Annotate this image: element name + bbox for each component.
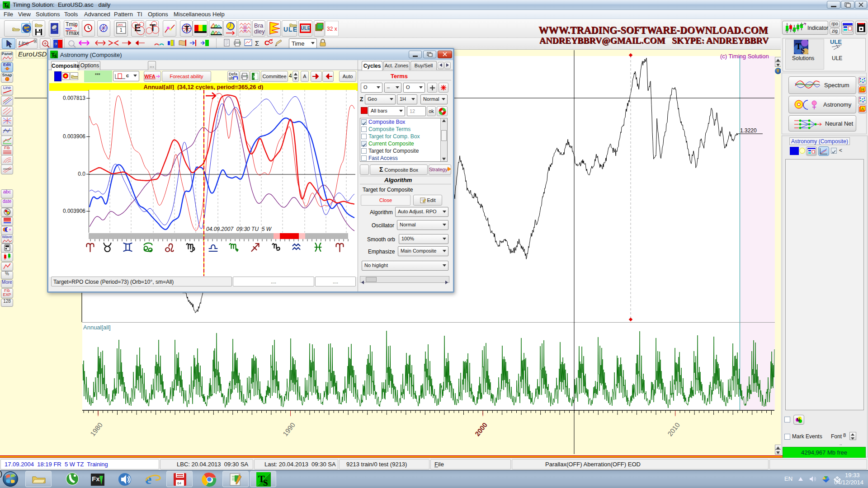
svg-text:Fx: Fx xyxy=(92,475,100,483)
svg-text:S: S xyxy=(263,478,268,487)
svg-text:S: S xyxy=(54,54,57,58)
svg-text:H: H xyxy=(861,87,864,92)
svg-text:A: A xyxy=(861,107,864,111)
svg-text:X: X xyxy=(253,75,255,79)
svg-text:S: S xyxy=(801,47,805,54)
svg-text:N: N xyxy=(797,418,800,422)
svg-text:64: 64 xyxy=(177,481,181,485)
svg-text:ULE: ULE xyxy=(830,39,842,45)
